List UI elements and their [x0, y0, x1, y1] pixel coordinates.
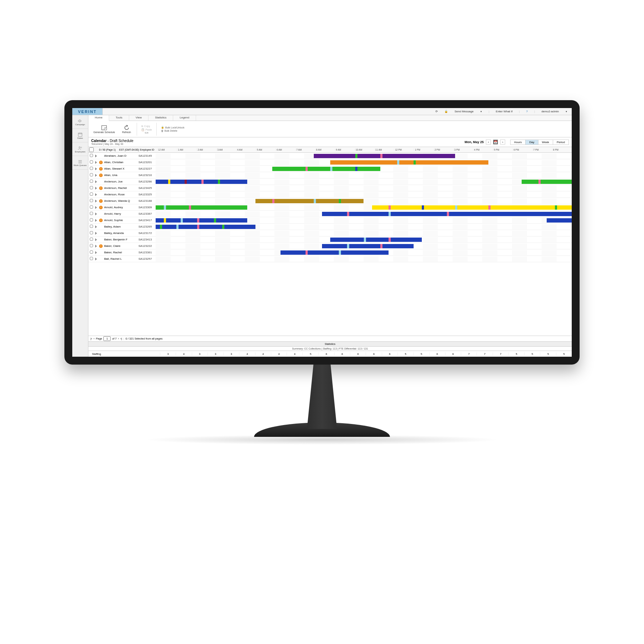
schedule-timeline[interactable]	[156, 244, 572, 249]
expand-icon[interactable]	[95, 213, 97, 215]
employee-row[interactable]: Anderson, RoseSA123325	[88, 191, 572, 198]
next-day-button[interactable]: ›	[500, 140, 505, 145]
row-checkbox[interactable]	[90, 192, 93, 196]
row-checkbox[interactable]	[90, 154, 93, 157]
row-checkbox[interactable]	[90, 186, 93, 189]
schedule-timeline[interactable]	[156, 173, 572, 178]
expand-icon[interactable]	[95, 155, 97, 157]
date-picker-button[interactable]: 📅	[493, 140, 498, 145]
employee-row[interactable]: Bailey, AdamSA123265	[88, 224, 572, 230]
employee-row[interactable]: !Arnold, SophieSA123417	[88, 217, 572, 224]
schedule-timeline[interactable]	[156, 211, 572, 216]
view-period[interactable]: Period	[553, 140, 569, 145]
employee-row[interactable]: Anderson, JoeSA123286	[88, 179, 572, 185]
tab-statistics[interactable]: Statistics	[148, 115, 173, 121]
nav-dates[interactable]: Dates	[72, 129, 88, 142]
expand-icon[interactable]	[95, 225, 97, 228]
employee-row[interactable]: Ball, Rachel LSA123257	[88, 256, 572, 262]
expand-icon[interactable]	[95, 245, 97, 248]
schedule-timeline[interactable]	[156, 231, 572, 236]
expand-icon[interactable]	[95, 200, 97, 203]
row-checkbox[interactable]	[90, 238, 93, 241]
expand-icon[interactable]	[95, 219, 97, 222]
employee-row[interactable]: Arnold, HarrySA123387	[88, 211, 572, 217]
tab-legend[interactable]: Legend	[173, 115, 196, 121]
help-icon[interactable]: ?	[524, 110, 530, 113]
employee-row[interactable]: !Allan, ChristianSA123201	[88, 159, 572, 166]
expand-icon[interactable]	[95, 238, 97, 241]
bulk-lock-button[interactable]: 🔒Bulk Lock/Unlock	[160, 126, 186, 129]
row-checkbox[interactable]	[90, 212, 93, 215]
copy-button[interactable]: ⧉Copy	[140, 125, 153, 128]
next-page-button[interactable]: ›	[118, 337, 119, 340]
nav-work-queues[interactable]: Work Queues	[72, 156, 88, 170]
schedule-timeline[interactable]	[156, 250, 572, 255]
tab-view[interactable]: View	[129, 115, 148, 121]
schedule-timeline[interactable]	[156, 186, 572, 191]
view-day[interactable]: Day	[526, 140, 538, 145]
schedule-timeline[interactable]	[156, 257, 572, 262]
schedule-timeline[interactable]	[156, 218, 572, 223]
expand-icon[interactable]	[95, 180, 97, 183]
generate-schedule-button[interactable]: Generate Schedule	[91, 124, 118, 134]
expand-icon[interactable]	[95, 167, 97, 170]
employee-row[interactable]: !Baker, ClaireSA123222	[88, 243, 572, 249]
employee-row[interactable]: Baker, Benjamin FSA123413	[88, 236, 572, 243]
last-page-button[interactable]: ›|	[121, 337, 122, 340]
employee-row[interactable]: !Anderson, RachelSA123425	[88, 185, 572, 191]
schedule-timeline[interactable]	[156, 224, 572, 229]
prev-day-button[interactable]: ‹	[486, 140, 491, 145]
statistics-bar[interactable]: Statistics	[88, 342, 572, 347]
employee-row[interactable]: !Allan, Stewart XSA123227	[88, 166, 572, 172]
tab-home[interactable]: Home	[88, 115, 109, 121]
row-checkbox[interactable]	[90, 160, 93, 164]
schedule-timeline[interactable]	[156, 179, 572, 184]
row-checkbox[interactable]	[90, 244, 93, 247]
row-checkbox[interactable]	[90, 250, 93, 254]
row-checkbox[interactable]	[90, 180, 93, 183]
send-message-menu[interactable]: Send Message	[452, 110, 475, 113]
expand-icon[interactable]	[95, 193, 97, 196]
employee-row[interactable]: Abraham, Joan DSA123145	[88, 153, 572, 159]
nav-campaign[interactable]: Campaign	[72, 115, 88, 129]
bulk-delete-button[interactable]: 🗑Bulk Delete	[160, 129, 186, 132]
row-checkbox[interactable]	[90, 225, 93, 228]
expand-icon[interactable]	[95, 251, 97, 254]
schedule-timeline[interactable]	[156, 192, 572, 197]
row-checkbox[interactable]	[90, 205, 93, 209]
row-checkbox[interactable]	[90, 199, 93, 202]
expand-icon[interactable]	[95, 161, 97, 164]
first-page-button[interactable]: |‹	[91, 337, 92, 340]
expand-icon[interactable]	[95, 232, 97, 235]
schedule-timeline[interactable]	[156, 153, 572, 158]
refresh-button[interactable]: Refresh	[119, 124, 134, 134]
nav-employees[interactable]: Employees	[72, 142, 88, 156]
employee-row[interactable]: !Anderson, Wanda QSA123188	[88, 198, 572, 204]
expand-icon[interactable]	[95, 206, 97, 209]
schedule-timeline[interactable]	[156, 160, 572, 165]
tab-tools[interactable]: Tools	[109, 115, 129, 121]
expand-icon[interactable]	[95, 187, 97, 190]
employee-row[interactable]: !Allan, UnaSA123210	[88, 172, 572, 179]
user-menu[interactable]: demo2-admin	[539, 110, 561, 113]
enter-whatif-button[interactable]: Enter What If	[494, 110, 515, 113]
expand-icon[interactable]	[95, 174, 97, 177]
row-checkbox[interactable]	[90, 218, 93, 221]
schedule-timeline[interactable]	[156, 166, 572, 171]
paste-button[interactable]: 📋Paste	[140, 128, 153, 132]
employee-row[interactable]: Baker, RachelSA123361	[88, 249, 572, 256]
employee-row[interactable]: Bailey, AmandaSA123172	[88, 230, 572, 236]
select-all-checkbox[interactable]	[89, 147, 94, 152]
schedule-timeline[interactable]	[156, 199, 572, 204]
lock-icon[interactable]: 🔒	[442, 110, 450, 113]
employee-row[interactable]: !Arnold, AudreySA123309	[88, 204, 572, 211]
sync-icon[interactable]: ⟳	[433, 110, 440, 113]
view-hours[interactable]: Hours	[511, 140, 526, 145]
prev-page-button[interactable]: ‹	[93, 337, 94, 340]
row-checkbox[interactable]	[90, 257, 93, 260]
row-checkbox[interactable]	[90, 231, 93, 234]
row-checkbox[interactable]	[90, 167, 93, 170]
schedule-timeline[interactable]	[156, 205, 572, 210]
row-checkbox[interactable]	[90, 173, 93, 176]
view-week[interactable]: Week	[538, 140, 553, 145]
